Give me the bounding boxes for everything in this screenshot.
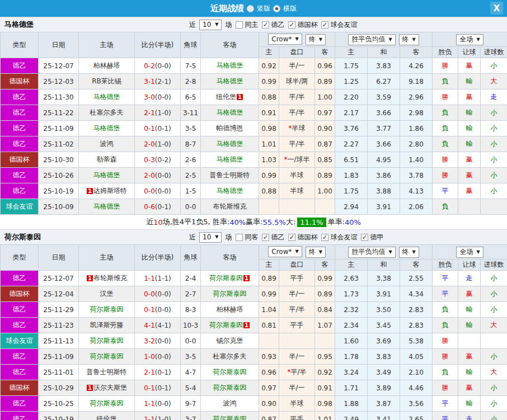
team-name-text: 勒蒂森 — [97, 155, 117, 163]
avg-away-cell: 9.18 — [400, 74, 433, 89]
team-name-text: 马格德堡 — [217, 155, 243, 163]
date-cell: 25-10-30 — [39, 152, 79, 168]
vertical-layout-label: 竖版 — [257, 4, 270, 13]
handicap-result-cell: 輸 — [458, 105, 481, 121]
summary-text: 11.1% — [297, 218, 326, 227]
away-team-cell: 杜塞尔多夫 — [201, 349, 259, 365]
home-odds-cell: 0.90 — [259, 396, 279, 412]
summary-text: 场,胜4平1负5, 胜率: — [163, 217, 230, 227]
date-cell: 25-11-02 — [39, 136, 79, 152]
home-team-cell: 杜塞尔多夫 — [79, 105, 135, 121]
home-odds-cell: 1.04 — [259, 302, 279, 318]
avg-away-cell: 4.34 — [400, 286, 433, 302]
avg-away-cell: 3.56 — [400, 396, 433, 412]
league-cell: 德乙 — [1, 183, 39, 199]
league-filter-checkbox[interactable] — [288, 21, 295, 29]
dropdown-arrow-icon: ▼ — [295, 249, 298, 254]
handicap-cell: 平/半 — [279, 136, 315, 152]
league-filter-checkbox[interactable] — [321, 234, 328, 241]
avg-away-cell: 2.98 — [400, 105, 433, 121]
goals-result-cell: 小 — [481, 168, 507, 183]
goals-result-cell: 小 — [481, 380, 507, 396]
handicap-result-cell: 赢 — [458, 89, 481, 105]
away-odds-cell — [315, 333, 335, 349]
summary-text: 赢率: — [246, 217, 262, 227]
away-odds-cell: 0.84 — [315, 302, 335, 318]
away-odds-cell: 0.99 — [315, 271, 335, 286]
result-cell: 勝 — [433, 168, 458, 183]
match-count-select[interactable]: 10▼ — [199, 232, 222, 243]
dropdown-arrow-icon: ▼ — [215, 235, 218, 239]
vertical-layout-radio[interactable] — [247, 5, 254, 12]
odds-stage-select[interactable]: 终▼ — [306, 247, 326, 258]
odds-company-select[interactable]: Crow*▼ — [268, 34, 302, 45]
avg-stage-select[interactable]: 终▼ — [399, 247, 419, 258]
avg-draw-cell: 3.66 — [368, 105, 400, 121]
column-subheader: 胜负 — [433, 259, 458, 271]
fulltime-score: 0-2 — [144, 62, 155, 70]
league-filter-checkbox[interactable] — [361, 234, 368, 241]
halftime-score: (1-0) — [155, 416, 171, 420]
score-cell: 0-6(0-1) — [135, 199, 181, 215]
scope-select[interactable]: 全场▼ — [456, 247, 483, 258]
halftime-score: (0-0) — [155, 290, 171, 298]
handicap-text: 球半/两 — [285, 77, 308, 85]
score-cell: 3-2(0-0) — [135, 333, 181, 349]
close-button[interactable]: X — [490, 2, 503, 15]
league-filter-label: 球会友谊 — [330, 20, 357, 30]
red-card-badge: 1 — [87, 385, 93, 391]
goals-result-cell: 大 — [481, 74, 507, 89]
home-odds-cell: 0.93 — [259, 349, 279, 365]
score-cell: 0-0(0-0) — [135, 286, 181, 302]
dropdown-arrow-icon: ▼ — [476, 250, 480, 254]
odds-stage-select[interactable]: 终▼ — [306, 34, 326, 45]
score-cell: 3-1(2-1) — [135, 74, 181, 89]
avg-home-cell: 1.88 — [335, 396, 368, 412]
table-body: 德乙25-12-07柏林赫塔0-2(0-0)7-5马格德堡0.92半/一0.96… — [1, 58, 507, 215]
handicap-cell: 平手 — [279, 318, 315, 333]
corner-cell: 8-3 — [181, 302, 201, 318]
same-venue-checkbox[interactable] — [236, 21, 243, 29]
away-team-cell: 帕德博恩 — [201, 121, 259, 136]
away-odds-cell — [315, 199, 335, 215]
column-header-corner: 角球 — [181, 245, 201, 271]
date-cell: 25-10-29 — [39, 380, 79, 396]
team-name-text: 波鸿 — [223, 399, 237, 407]
away-team-cell: 荷尔斯泰因1 — [201, 318, 259, 333]
goals-result-cell: 小 — [481, 58, 507, 74]
team-name-text: 荷尔斯泰因 — [90, 337, 124, 345]
avg-type-select[interactable]: 胜平负均值▼ — [348, 34, 395, 45]
goals-result-cell: 小 — [481, 105, 507, 121]
column-header-type: 类型 — [1, 32, 39, 58]
result-cell: 勝 — [433, 380, 458, 396]
away-odds-cell: 0.92 — [315, 365, 335, 380]
same-venue-checkbox[interactable] — [236, 234, 243, 241]
dialog-title: 近期战绩 — [210, 3, 244, 14]
corner-cell: 10-3 — [181, 318, 201, 333]
goals-result-cell: 小 — [481, 183, 507, 199]
avg-away-cell: 4.13 — [400, 183, 433, 199]
avg-stage-select[interactable]: 终▼ — [399, 34, 419, 45]
avg-type-select[interactable]: 胜平负均值▼ — [348, 247, 395, 258]
avg-draw-cell: 3.38 — [368, 271, 400, 286]
odds-company-select[interactable]: Crow*▼ — [268, 246, 302, 257]
team-name-text: 荷尔斯泰因 — [209, 274, 243, 282]
goals-result-cell: 小 — [481, 412, 507, 420]
handicap-cell: 平/半 — [279, 89, 315, 105]
score-cell: 0-0(0-0) — [135, 183, 181, 199]
filter-bar: 近10▼场同主德乙德国杯球会友谊 — [189, 17, 357, 32]
avg-draw-cell: 3.89 — [368, 380, 400, 396]
team-name-text: 马格德堡 — [217, 77, 243, 85]
table-row: 德国杯25-10-30勒蒂森0-3(0-2)2-6马格德堡1.03*一/球半0.… — [1, 152, 507, 168]
column-subheader: 主 — [259, 259, 279, 271]
horizontal-layout-radio[interactable] — [273, 5, 280, 12]
table-row: 德国杯25-12-04汉堡0-0(0-0)2-7荷尔斯泰因0.99半/一0.89… — [1, 286, 507, 302]
league-filter-checkbox[interactable] — [262, 21, 269, 29]
league-filter-checkbox[interactable] — [321, 21, 328, 29]
match-count-select[interactable]: 10▼ — [199, 20, 222, 30]
league-filter-checkbox[interactable] — [262, 234, 269, 241]
league-filter-checkbox[interactable] — [288, 234, 295, 241]
scope-select[interactable]: 全场▼ — [456, 34, 483, 45]
halftime-score: (0-0) — [155, 337, 171, 345]
fulltime-score: 4-1 — [144, 322, 155, 329]
